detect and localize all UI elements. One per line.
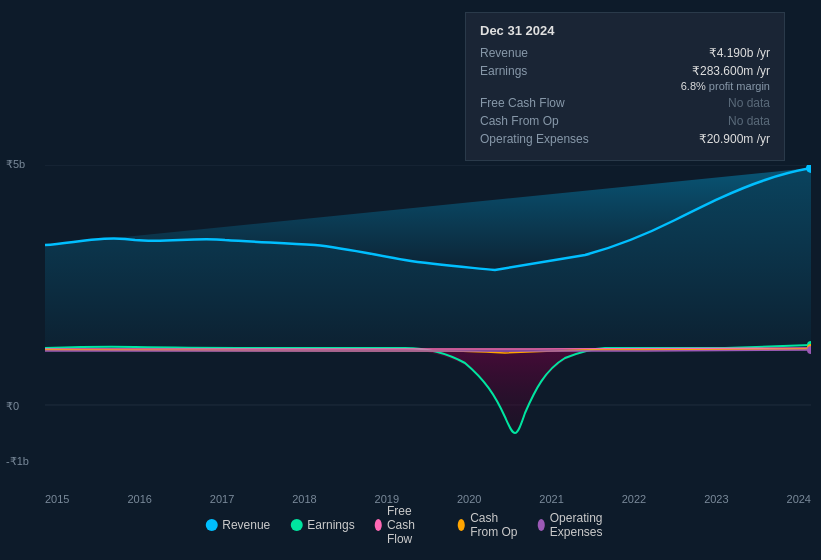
- legend-item-cashfromop[interactable]: Cash From Op: [458, 511, 518, 539]
- chart-legend: Revenue Earnings Free Cash Flow Cash Fro…: [205, 504, 616, 546]
- x-label-2022: 2022: [622, 493, 646, 505]
- legend-item-earnings[interactable]: Earnings: [290, 518, 354, 532]
- legend-dot-revenue: [205, 519, 217, 531]
- tooltip-label-earnings: Earnings: [480, 64, 610, 78]
- legend-label-fcf: Free Cash Flow: [387, 504, 438, 546]
- tooltip-value-cashfromop: No data: [728, 114, 770, 128]
- legend-dot-opex: [538, 519, 545, 531]
- tooltip-value-opex: ₹20.900m /yr: [699, 132, 770, 146]
- legend-dot-earnings: [290, 519, 302, 531]
- legend-item-revenue[interactable]: Revenue: [205, 518, 270, 532]
- tooltip-label-fcf: Free Cash Flow: [480, 96, 610, 110]
- tooltip-row-fcf: Free Cash Flow No data: [480, 96, 770, 110]
- profit-margin: 6.8% profit margin: [681, 80, 770, 92]
- chart-svg: [45, 165, 811, 460]
- tooltip-label-opex: Operating Expenses: [480, 132, 610, 146]
- x-label-2024: 2024: [787, 493, 811, 505]
- legend-label-opex: Operating Expenses: [550, 511, 616, 539]
- tooltip-row-earnings: Earnings ₹283.600m /yr 6.8% profit margi…: [480, 64, 770, 92]
- y-label-0: ₹0: [6, 400, 19, 413]
- legend-label-earnings: Earnings: [307, 518, 354, 532]
- tooltip-date: Dec 31 2024: [480, 23, 770, 38]
- tooltip-row-cashfromop: Cash From Op No data: [480, 114, 770, 128]
- y-label-5b: ₹5b: [6, 158, 25, 171]
- y-label-neg1b: -₹1b: [6, 455, 29, 468]
- tooltip-row-opex: Operating Expenses ₹20.900m /yr: [480, 132, 770, 146]
- x-label-2023: 2023: [704, 493, 728, 505]
- tooltip-label-cashfromop: Cash From Op: [480, 114, 610, 128]
- x-label-2016: 2016: [127, 493, 151, 505]
- legend-item-fcf[interactable]: Free Cash Flow: [375, 504, 438, 546]
- tooltip-row-revenue: Revenue ₹4.190b /yr: [480, 46, 770, 60]
- tooltip-value-revenue: ₹4.190b /yr: [709, 46, 770, 60]
- tooltip-value-fcf: No data: [728, 96, 770, 110]
- legend-item-opex[interactable]: Operating Expenses: [538, 511, 616, 539]
- legend-dot-fcf: [375, 519, 382, 531]
- tooltip-value-earnings: ₹283.600m /yr: [692, 64, 770, 78]
- legend-label-cashfromop: Cash From Op: [470, 511, 517, 539]
- legend-label-revenue: Revenue: [222, 518, 270, 532]
- tooltip-label-revenue: Revenue: [480, 46, 610, 60]
- chart-container: Dec 31 2024 Revenue ₹4.190b /yr Earnings…: [0, 0, 821, 560]
- x-label-2015: 2015: [45, 493, 69, 505]
- tooltip-card: Dec 31 2024 Revenue ₹4.190b /yr Earnings…: [465, 12, 785, 161]
- legend-dot-cashfromop: [458, 519, 465, 531]
